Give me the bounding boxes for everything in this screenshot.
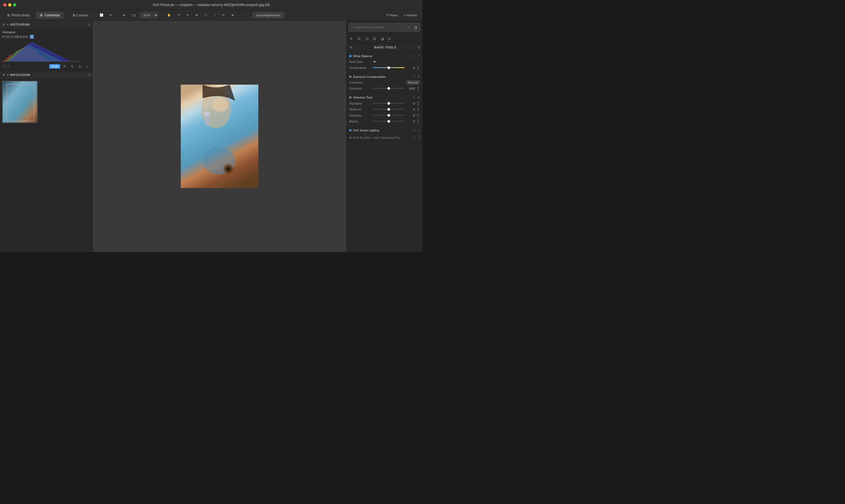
highlights-thumb[interactable] [388,102,390,105]
movezoom-header[interactable]: ✕ ▾ MOVE/ZOOM ≡ [0,71,92,79]
minimize-btn[interactable] [8,3,12,6]
temperature-slider[interactable] [373,66,404,70]
repair-tool[interactable]: ⊗ [193,12,200,18]
view-tool[interactable]: 👁 [229,13,236,18]
selective-tone-star-btn[interactable]: ☆ [412,95,415,99]
smart-lighting-expand[interactable]: ↗ [418,128,420,132]
wb-expand-btn[interactable]: ↗ [417,54,420,58]
grid-icon: ⊞ [7,13,10,17]
shadows-slider[interactable] [373,113,404,117]
highlights-step-up[interactable]: ▲ [416,101,420,103]
temperature-thumb[interactable] [388,67,390,69]
search-toggle-btn[interactable]: ◑ [413,24,418,30]
basic-tools-menu-btn[interactable]: ≡ [418,46,420,49]
tab-photo-library[interactable]: ⊞ PhotoLibrary [3,12,34,19]
local-adjustments-button[interactable]: Local Adjustments [253,12,284,18]
shadows-thumb[interactable] [388,114,390,117]
search-star-btn[interactable]: ☆ [406,24,411,30]
hist-b-btn[interactable]: B [77,64,83,69]
histogram-mode-btns: RGB R G B L [49,64,90,69]
midtones-slider[interactable] [373,108,404,111]
reset-button[interactable]: ↺ Reset [384,12,400,18]
close-btn[interactable] [3,3,6,6]
main-layout: ✕ ▾ HISTOGRAM ≡ Histogram R:131 G:180 B:… [0,21,422,252]
exposure-slider[interactable] [373,87,404,90]
main-image-container [181,85,258,188]
histogram-header[interactable]: ✕ ▾ HISTOGRAM ≡ [0,21,92,28]
midtones-step-down[interactable]: ▼ [416,109,420,112]
selective-tone-expand-btn[interactable]: ↗ [417,95,420,99]
circle-icon-btn[interactable]: ◑ [380,36,385,42]
preview-svg [3,82,38,123]
histogram-close-btn[interactable]: ✕ [2,22,5,27]
rotate-tool[interactable]: ↺ [175,12,182,18]
search-corrections-input[interactable] [355,25,404,29]
highlights-slider[interactable] [373,102,404,105]
grid-icon-btn[interactable]: ⊞ [372,36,377,42]
exposure-thumb[interactable] [388,87,390,90]
histogram-menu-btn[interactable]: ≡ [88,23,90,26]
zoom-11-btn[interactable]: 1:1 [130,13,138,18]
exposure-star-btn[interactable]: ☆ [412,75,415,79]
clearview-right: ☆ ↗ [413,136,420,140]
shadows-step-up[interactable]: ▲ [416,113,420,115]
tab-customize[interactable]: ⚙ Customize [36,12,64,19]
midtones-thumb[interactable] [388,108,390,111]
moon-btn[interactable]: ☽ [2,64,6,68]
exposure-step-up[interactable]: ▲ [416,86,420,88]
line-tool[interactable]: ╱ [212,12,218,18]
shadows-row: Shadows 0 ▲ ▼ [349,113,420,118]
temperature-step-down[interactable]: ▼ [416,68,420,70]
frame-expand-btn[interactable]: ▾ [108,12,114,18]
hand-tool[interactable]: ✋ [165,12,173,18]
movezoom-menu-btn[interactable]: ≡ [88,73,90,77]
select-tool[interactable]: ⬡ [202,12,209,18]
adjust-icon-btn[interactable]: ⚙ [357,36,362,42]
blacks-step-down[interactable]: ▼ [416,121,420,124]
correction-mode[interactable]: Manual [406,80,420,85]
color-icon-btn[interactable]: ◎ [364,36,370,42]
blacks-slider[interactable] [373,120,404,123]
basic-tools-close-btn[interactable]: ✕ [349,45,353,50]
crop-btn[interactable]: ⊕ [121,12,127,18]
highlights-step-down[interactable]: ▼ [416,103,420,106]
exposure-step-down[interactable]: ▼ [416,88,420,91]
hist-l-btn[interactable]: L [84,64,90,69]
clearview-expand[interactable]: ↗ [418,136,420,140]
sun-btn[interactable]: ☼ [7,64,10,68]
presets-button[interactable]: ≡ Presets [402,13,419,18]
maximize-btn[interactable] [13,3,16,6]
window-controls [3,3,16,6]
clearview-title: DxO PL Elite + DxO ClearView Plus [353,136,401,139]
hist-rgb-btn[interactable]: RGB [49,64,60,69]
smart-lighting-star[interactable]: ☆ [413,128,416,132]
movezoom-close-btn[interactable]: ✕ [2,73,5,77]
frame-btn[interactable]: ⬜ [97,12,106,18]
temperature-value: 0 [406,66,415,69]
fx-icon-btn[interactable]: fx [388,36,392,41]
center-right-resize[interactable] [345,21,346,252]
midtones-step-up[interactable]: ▲ [416,107,420,109]
histogram-title: HISTOGRAM [10,23,30,26]
center-canvas[interactable] [93,21,346,252]
brush-tool[interactable]: ✏ [220,12,227,18]
hist-r-btn[interactable]: R [61,64,68,69]
presets-icon: ≡ [404,14,406,17]
blacks-thumb[interactable] [388,120,390,123]
exposure-stepper: ▲ ▼ [416,86,420,91]
more-tools[interactable]: ⋯ [238,12,246,18]
eyedropper-tool[interactable]: ✒ [184,12,191,18]
blacks-step-up[interactable]: ▲ [416,119,420,121]
sun-icon-btn[interactable]: ☀ [349,36,354,42]
clearview-inactive-dot [349,137,352,139]
wb-star-btn[interactable]: ☆ [412,54,415,58]
clearview-star[interactable]: ☆ [413,136,416,140]
zoom-select[interactable]: 18 % 25 % 50 % 100 % [140,13,158,18]
temperature-step-up[interactable]: ▲ [416,65,420,68]
smart-lighting-dot [349,129,352,131]
shadows-step-down[interactable]: ▼ [416,115,420,118]
compare-button[interactable]: ⧎ Compare [71,12,91,18]
hist-g-btn[interactable]: G [69,64,76,69]
midtones-value: 0 [406,108,415,111]
exposure-expand-btn[interactable]: ↗ [417,75,420,79]
